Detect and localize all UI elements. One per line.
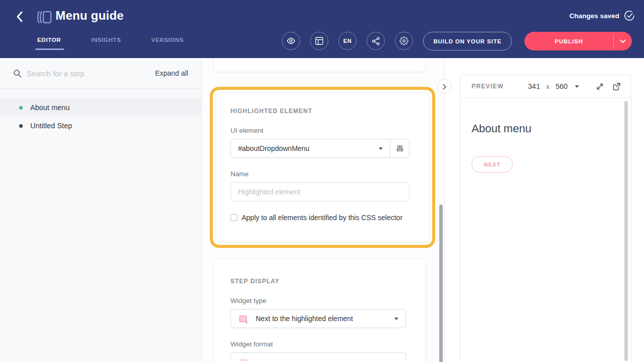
save-status-label: Changes saved [569,12,619,20]
step-item-untitled-step[interactable]: Untitled Step [0,117,201,135]
viewport-width-value: 341 [528,82,540,90]
step-item-about-menu[interactable]: About menu [0,98,201,117]
layout-button[interactable] [310,32,328,50]
ui-element-select[interactable]: #aboutDropdownMenu [230,139,390,158]
publish-split-button: PUBLISH [524,32,632,50]
chevron-down-icon [379,147,383,150]
name-label: Name [230,170,409,178]
apply-all-option[interactable]: Apply to all elements identified by this… [230,214,409,222]
language-label: EN [343,38,352,44]
ui-element-field: #aboutDropdownMenu [230,139,409,158]
app-header: Menu guide EDITOR INSIGHTS VERSIONS EN [0,0,644,58]
step-list: About menu Untitled Step [0,98,201,135]
tooltip-widget-icon [238,314,249,324]
highlighted-section-outline: HIGHLIGHTED ELEMENT UI element #aboutDro… [210,87,435,248]
step-item-label: About menu [30,104,70,112]
preview-scrollbar[interactable] [624,101,628,361]
widget-format-label: Widget format [230,340,406,348]
preview-panel: PREVIEW 341 x 560 [444,58,644,362]
sliders-icon [396,144,404,152]
preview-card: PREVIEW 341 x 560 [460,75,631,362]
publish-dropdown-button[interactable] [614,32,632,50]
gear-icon [399,36,408,45]
collapse-preview-button[interactable] [437,79,452,94]
settings-button[interactable] [395,32,413,50]
step-editor-pane: HIGHLIGHTED ELEMENT UI element #aboutDro… [202,58,444,362]
share-icon [372,37,380,45]
fullscreen-button[interactable] [596,82,604,91]
check-circle-icon [624,10,635,21]
tab-editor[interactable]: EDITOR [37,37,61,50]
tab-versions[interactable]: VERSIONS [151,37,184,50]
widget-type-select[interactable]: Next to the highlighted element [230,309,406,328]
apply-all-label: Apply to all elements identified by this… [242,214,402,222]
editor-scrollbar[interactable] [439,204,443,362]
section-title: STEP DISPLAY [230,278,406,285]
widget-type-label: Widget type [230,297,406,304]
external-link-icon [612,82,621,91]
publish-button[interactable]: PUBLISH [524,32,613,50]
apply-all-checkbox[interactable] [230,214,238,221]
step-item-label: Untitled Step [30,122,72,130]
previous-settings-card [213,58,426,72]
highlighted-element-card: HIGHLIGHTED ELEMENT UI element #aboutDro… [215,92,430,242]
name-input[interactable] [230,182,409,201]
guide-logo-icon [35,8,53,26]
selector-settings-button[interactable] [390,139,409,158]
preview-actions [596,82,621,91]
search-icon [13,69,22,78]
back-button[interactable] [12,9,27,24]
step-search-input[interactable] [27,69,155,78]
tab-insights[interactable]: INSIGHTS [91,37,121,50]
widget-format-select[interactable] [230,352,406,360]
step-status-bullet [19,106,23,110]
chevron-down-icon [575,85,579,88]
chevron-down-icon [620,39,626,43]
preview-title: PREVIEW [472,83,504,90]
section-title: HIGHLIGHTED ELEMENT [230,108,409,115]
page-title: Menu guide [55,9,124,23]
next-button[interactable]: NEXT [472,156,513,173]
expand-all-link[interactable]: Expand all [155,69,188,77]
share-button[interactable] [367,32,385,50]
preview-header: PREVIEW 341 x 560 [460,75,631,98]
header-tabs: EDITOR INSIGHTS VERSIONS [37,37,184,50]
step-status-bullet [19,124,23,128]
step-display-card: STEP DISPLAY Widget type Next to the hig… [213,258,426,362]
chevron-down-icon [394,318,398,320]
expand-icon [596,82,604,91]
open-in-new-window-button[interactable] [612,82,621,91]
preview-eye-button[interactable] [282,32,300,50]
layout-icon [315,37,323,45]
save-status: Changes saved [569,10,635,21]
preview-step-title: About menu [472,122,631,135]
viewport-size-select[interactable]: 341 x 560 [528,82,579,90]
step-search-row: Expand all [0,58,201,89]
chevron-left-icon [16,11,23,22]
ui-element-label: UI element [230,127,409,134]
widget-type-value: Next to the highlighted element [256,315,353,323]
eye-icon [286,36,296,45]
size-separator: x [546,83,550,90]
language-button[interactable]: EN [338,32,357,50]
widget-format-icon [238,358,249,360]
build-on-your-site-button[interactable]: BUILD ON YOUR SITE [423,32,512,50]
ui-element-value: #aboutDropdownMenu [238,144,310,152]
steps-sidebar: Expand all About menu Untitled Step [0,58,202,362]
viewport-height-value: 560 [555,82,567,90]
chevron-right-icon [442,84,447,90]
